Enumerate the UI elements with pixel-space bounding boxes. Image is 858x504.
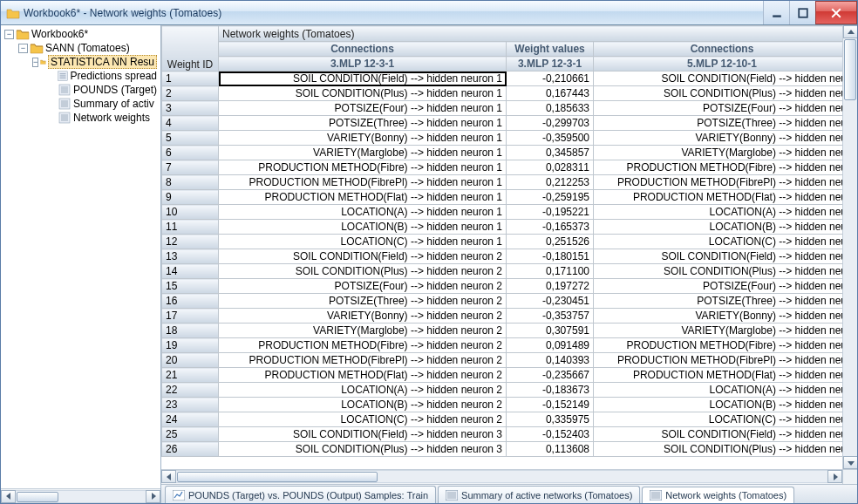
- cell-connection[interactable]: VARIETY(Marglobe) --> hidden neuron 2: [219, 324, 507, 338]
- table-row[interactable]: 11LOCATION(B) --> hidden neuron 1-0,1653…: [162, 220, 851, 235]
- table-row[interactable]: 2SOIL CONDITION(Plus) --> hidden neuron …: [162, 86, 851, 101]
- cell-weight-value[interactable]: -0,235667: [507, 368, 594, 383]
- cell-weight-value[interactable]: 0,028311: [507, 160, 594, 175]
- cell-connection-2[interactable]: VARIETY(Bonny) --> hidden neu: [594, 309, 851, 324]
- workbook-tab[interactable]: Network weights (Tomatoes): [642, 487, 794, 503]
- cell-weight-value[interactable]: -0,210661: [507, 72, 594, 86]
- tree-item[interactable]: −Workbook6*: [1, 27, 160, 41]
- cell-connection[interactable]: VARIETY(Marglobe) --> hidden neuron 1: [219, 146, 507, 160]
- table-row[interactable]: 24LOCATION(C) --> hidden neuron 20,33597…: [162, 412, 851, 427]
- cell-connection[interactable]: VARIETY(Bonny) --> hidden neuron 1: [219, 131, 507, 146]
- cell-weight-value[interactable]: -0,299703: [507, 116, 594, 131]
- workbook-tab[interactable]: POUNDS (Target) vs. POUNDS (Output) Samp…: [165, 486, 436, 503]
- table-row[interactable]: 14SOIL CONDITION(Plus) --> hidden neuron…: [162, 264, 851, 279]
- table-row[interactable]: 6VARIETY(Marglobe) --> hidden neuron 10,…: [162, 146, 851, 160]
- row-header[interactable]: 10: [162, 205, 219, 220]
- cell-connection[interactable]: POTSIZE(Three) --> hidden neuron 2: [219, 294, 507, 309]
- cell-connection-2[interactable]: PRODUCTION METHOD(FibrePl) --> hidden ne…: [594, 175, 851, 190]
- cell-connection[interactable]: PRODUCTION METHOD(Flat) --> hidden neuro…: [219, 190, 507, 205]
- cell-connection[interactable]: PRODUCTION METHOD(Flat) --> hidden neuro…: [219, 368, 507, 383]
- cell-connection-2[interactable]: PRODUCTION METHOD(Flat) --> hidden neu: [594, 190, 851, 205]
- scroll-track[interactable]: [16, 490, 146, 503]
- cell-weight-value[interactable]: -0,359500: [507, 131, 594, 146]
- row-header[interactable]: 16: [162, 294, 219, 309]
- row-header[interactable]: 19: [162, 338, 219, 353]
- cell-connection-2[interactable]: SOIL CONDITION(Plus) --> hidden neu: [594, 442, 851, 457]
- cell-connection-2[interactable]: POTSIZE(Three) --> hidden neu: [594, 294, 851, 309]
- row-header[interactable]: 7: [162, 160, 219, 175]
- scroll-thumb[interactable]: [844, 39, 856, 100]
- row-header[interactable]: 23: [162, 398, 219, 412]
- row-header[interactable]: 14: [162, 264, 219, 279]
- tree-item[interactable]: −SANN (Tomatoes): [1, 41, 160, 55]
- cell-connection[interactable]: SOIL CONDITION(Plus) --> hidden neuron 1: [219, 86, 507, 101]
- tree-item[interactable]: Predictions spread: [1, 69, 160, 83]
- cell-weight-value[interactable]: -0,180151: [507, 249, 594, 264]
- table-row[interactable]: 23LOCATION(B) --> hidden neuron 2-0,1521…: [162, 398, 851, 412]
- cell-weight-value[interactable]: -0,183673: [507, 383, 594, 398]
- row-header[interactable]: 15: [162, 279, 219, 294]
- cell-connection[interactable]: SOIL CONDITION(Field) --> hidden neuron …: [219, 249, 507, 264]
- table-row[interactable]: 21PRODUCTION METHOD(Flat) --> hidden neu…: [162, 368, 851, 383]
- scroll-right-button[interactable]: [827, 470, 842, 483]
- scroll-right-button[interactable]: [146, 490, 160, 503]
- cell-weight-value[interactable]: 0,167443: [507, 86, 594, 101]
- cell-weight-value[interactable]: 0,345857: [507, 146, 594, 160]
- table-row[interactable]: 15POTSIZE(Four) --> hidden neuron 20,197…: [162, 279, 851, 294]
- cell-connection-2[interactable]: LOCATION(C) --> hidden neu: [594, 412, 851, 427]
- col-subheader[interactable]: 3.MLP 12-3-1: [507, 57, 594, 72]
- row-header[interactable]: 1: [162, 72, 219, 86]
- cell-connection[interactable]: LOCATION(B) --> hidden neuron 2: [219, 398, 507, 412]
- table-row[interactable]: 20PRODUCTION METHOD(FibrePl) --> hidden …: [162, 353, 851, 368]
- cell-connection[interactable]: PRODUCTION METHOD(FibrePl) --> hidden ne…: [219, 175, 507, 190]
- cell-connection-2[interactable]: VARIETY(Bonny) --> hidden neu: [594, 131, 851, 146]
- cell-connection[interactable]: PRODUCTION METHOD(FibrePl) --> hidden ne…: [219, 353, 507, 368]
- cell-connection-2[interactable]: PRODUCTION METHOD(Flat) --> hidden neu: [594, 368, 851, 383]
- row-header[interactable]: 22: [162, 383, 219, 398]
- cell-weight-value[interactable]: 0,212253: [507, 175, 594, 190]
- row-header[interactable]: 9: [162, 190, 219, 205]
- maximize-button[interactable]: [789, 1, 815, 24]
- row-header[interactable]: 3: [162, 101, 219, 116]
- cell-connection[interactable]: SOIL CONDITION(Field) --> hidden neuron …: [219, 72, 507, 86]
- cell-connection[interactable]: LOCATION(B) --> hidden neuron 1: [219, 220, 507, 235]
- table-row[interactable]: 4POTSIZE(Three) --> hidden neuron 1-0,29…: [162, 116, 851, 131]
- tree-item[interactable]: Network weights: [1, 111, 160, 125]
- scroll-left-button[interactable]: [161, 470, 176, 483]
- collapse-icon[interactable]: −: [32, 58, 38, 67]
- close-button[interactable]: [815, 1, 857, 24]
- scroll-up-button[interactable]: [843, 25, 857, 38]
- title-bar[interactable]: Workbook6* - Network weights (Tomatoes): [1, 1, 857, 25]
- cell-weight-value[interactable]: 0,113608: [507, 442, 594, 457]
- cell-weight-value[interactable]: -0,152403: [507, 427, 594, 442]
- row-header[interactable]: 2: [162, 86, 219, 101]
- cell-weight-value[interactable]: 0,140393: [507, 353, 594, 368]
- table-row[interactable]: 13SOIL CONDITION(Field) --> hidden neuro…: [162, 249, 851, 264]
- cell-weight-value[interactable]: -0,353757: [507, 309, 594, 324]
- cell-connection[interactable]: VARIETY(Bonny) --> hidden neuron 2: [219, 309, 507, 324]
- cell-weight-value[interactable]: 0,171100: [507, 264, 594, 279]
- cell-connection[interactable]: SOIL CONDITION(Field) --> hidden neuron …: [219, 427, 507, 442]
- cell-connection-2[interactable]: LOCATION(A) --> hidden neu: [594, 383, 851, 398]
- tree-item[interactable]: Summary of activ: [1, 97, 160, 111]
- table-row[interactable]: 9PRODUCTION METHOD(Flat) --> hidden neur…: [162, 190, 851, 205]
- row-header[interactable]: 18: [162, 324, 219, 338]
- cell-connection-2[interactable]: SOIL CONDITION(Field) --> hidden neu: [594, 249, 851, 264]
- scroll-track[interactable]: [843, 38, 857, 456]
- workbook-tab[interactable]: Summary of active networks (Tomatoes): [438, 486, 640, 503]
- table-row[interactable]: 18VARIETY(Marglobe) --> hidden neuron 20…: [162, 324, 851, 338]
- table-row[interactable]: 16POTSIZE(Three) --> hidden neuron 2-0,2…: [162, 294, 851, 309]
- table-row[interactable]: 12LOCATION(C) --> hidden neuron 10,25152…: [162, 235, 851, 249]
- col-header[interactable]: Connections: [219, 42, 507, 57]
- cell-connection-2[interactable]: LOCATION(C) --> hidden neu: [594, 235, 851, 249]
- grid-v-scrollbar[interactable]: [842, 25, 857, 469]
- cell-weight-value[interactable]: 0,091489: [507, 338, 594, 353]
- cell-connection[interactable]: POTSIZE(Four) --> hidden neuron 1: [219, 101, 507, 116]
- cell-connection-2[interactable]: PRODUCTION METHOD(Fibre) --> hidden neu: [594, 338, 851, 353]
- scroll-track[interactable]: [176, 470, 827, 483]
- row-header[interactable]: 17: [162, 309, 219, 324]
- col-subheader[interactable]: 3.MLP 12-3-1: [219, 57, 507, 72]
- cell-connection-2[interactable]: POTSIZE(Three) --> hidden neu: [594, 116, 851, 131]
- scroll-thumb[interactable]: [177, 472, 378, 482]
- cell-weight-value[interactable]: -0,165373: [507, 220, 594, 235]
